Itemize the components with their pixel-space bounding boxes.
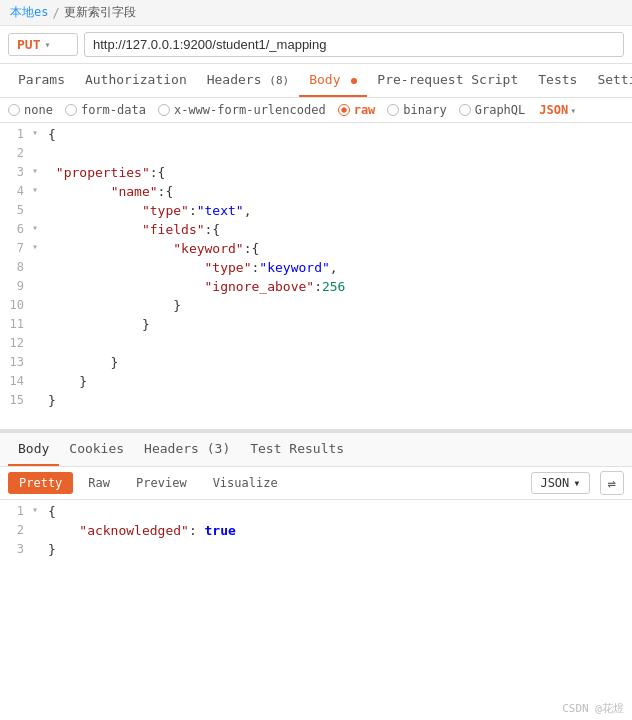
breadcrumb-sep: /	[52, 6, 59, 20]
format-row: none form-data x-www-form-urlencoded raw…	[0, 98, 632, 123]
body-dot	[351, 78, 357, 84]
radio-none	[8, 104, 20, 116]
subtab-raw[interactable]: Raw	[77, 472, 121, 494]
code-line-8: 8 "type":"keyword",	[0, 260, 632, 279]
response-sub-tabs: Pretty Raw Preview Visualize JSON ▾ ⇌	[0, 467, 632, 500]
tab-settings[interactable]: Settings	[587, 64, 632, 97]
format-binary[interactable]: binary	[387, 103, 446, 117]
code-line-7: 7 ▾ "keyword":{	[0, 241, 632, 260]
response-tab-headers[interactable]: Headers (3)	[134, 433, 240, 466]
format-graphql[interactable]: GraphQL	[459, 103, 526, 117]
radio-graphql	[459, 104, 471, 116]
code-line-6: 6 ▾ "fields":{	[0, 222, 632, 241]
code-line-12: 12	[0, 336, 632, 355]
response-tabs: Body Cookies Headers (3) Test Results	[0, 433, 632, 467]
code-line-13: 13 }	[0, 355, 632, 374]
tab-body[interactable]: Body	[299, 64, 367, 97]
url-input[interactable]	[84, 32, 624, 57]
code-line-4: 4 ▾ "name":{	[0, 184, 632, 203]
code-line-15: 15 }	[0, 393, 632, 412]
subtab-preview[interactable]: Preview	[125, 472, 198, 494]
subtab-pretty[interactable]: Pretty	[8, 472, 73, 494]
response-line-3: 3 }	[0, 542, 632, 561]
code-line-5: 5 "type":"text",	[0, 203, 632, 222]
radio-raw	[338, 104, 350, 116]
code-line-3: 3 ▾ "properties":{	[0, 165, 632, 184]
tab-headers[interactable]: Headers (8)	[197, 64, 300, 97]
format-none[interactable]: none	[8, 103, 53, 117]
response-line-2: 2 "acknowledged": true	[0, 523, 632, 542]
url-bar: PUT ▾	[0, 26, 632, 64]
json-chevron-icon: ▾	[570, 105, 576, 116]
radio-form-data	[65, 104, 77, 116]
method-chevron-icon: ▾	[44, 39, 50, 50]
code-line-11: 11 }	[0, 317, 632, 336]
code-line-2: 2	[0, 146, 632, 165]
response-headers-badge: (3)	[207, 441, 230, 456]
tab-pre-request[interactable]: Pre-request Script	[367, 64, 528, 97]
response-tab-body[interactable]: Body	[8, 433, 59, 466]
tab-params[interactable]: Params	[8, 64, 75, 97]
response-tab-test-results[interactable]: Test Results	[240, 433, 354, 466]
response-code: 1 ▾ { 2 "acknowledged": true 3 }	[0, 500, 632, 590]
response-tab-cookies[interactable]: Cookies	[59, 433, 134, 466]
code-line-10: 10 }	[0, 298, 632, 317]
method-label: PUT	[17, 37, 40, 52]
response-section: Body Cookies Headers (3) Test Results Pr…	[0, 433, 632, 590]
response-format-chevron-icon: ▾	[573, 476, 580, 490]
tab-tests[interactable]: Tests	[528, 64, 587, 97]
format-urlencoded[interactable]: x-www-form-urlencoded	[158, 103, 326, 117]
code-line-9: 9 "ignore_above":256	[0, 279, 632, 298]
radio-binary	[387, 104, 399, 116]
format-form-data[interactable]: form-data	[65, 103, 146, 117]
format-raw[interactable]: raw	[338, 103, 376, 117]
json-format-dropdown[interactable]: JSON ▾	[539, 103, 576, 117]
breadcrumb: 本地es / 更新索引字段	[0, 0, 632, 26]
breadcrumb-link-1[interactable]: 本地es	[10, 4, 48, 21]
headers-badge: (8)	[269, 74, 289, 87]
response-line-1: 1 ▾ {	[0, 504, 632, 523]
breadcrumb-current: 更新索引字段	[64, 4, 136, 21]
subtab-visualize[interactable]: Visualize	[202, 472, 289, 494]
response-json-dropdown[interactable]: JSON ▾	[531, 472, 589, 494]
request-tabs: Params Authorization Headers (8) Body Pr…	[0, 64, 632, 98]
radio-urlencoded	[158, 104, 170, 116]
code-line-14: 14 }	[0, 374, 632, 393]
watermark: CSDN @花煜	[562, 701, 624, 716]
tab-authorization[interactable]: Authorization	[75, 64, 197, 97]
response-format-label: JSON	[540, 476, 569, 490]
wrap-button[interactable]: ⇌	[600, 471, 624, 495]
code-line-1: 1 ▾ {	[0, 127, 632, 146]
code-editor[interactable]: 1 ▾ { 2 3 ▾ "properties":{ 4 ▾ "name":{ …	[0, 123, 632, 433]
method-select[interactable]: PUT ▾	[8, 33, 78, 56]
